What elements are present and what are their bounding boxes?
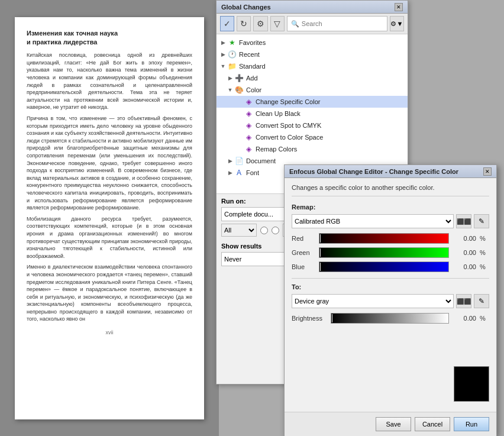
tree-arrow-font: ▶: [226, 170, 234, 176]
toolbar-refresh-button[interactable]: ↻: [237, 16, 251, 31]
tree-icon-add: ➕: [234, 73, 244, 83]
brightness-bar[interactable]: [331, 313, 449, 324]
green-value: 0.00: [453, 249, 476, 256]
tree-icon-standard: 📁: [227, 62, 237, 71]
toolbar-check-button[interactable]: ✓: [220, 16, 234, 31]
doc-paragraph-4: Именно в диалектическом взаимодействии ч…: [27, 263, 192, 323]
tree-label-color: Color: [246, 86, 405, 93]
blue-bar[interactable]: [319, 261, 449, 272]
cancel-button[interactable]: Cancel: [415, 417, 450, 431]
remap-label: Remap:: [292, 204, 489, 211]
gce-description: Changes a specific color to another spec…: [292, 184, 489, 196]
global-changes-titlebar: Global Changes ✕: [217, 1, 408, 14]
tree-label-convert-spot-cmyk: Convert Spot to CMYK: [256, 122, 405, 129]
remap-color-button[interactable]: ⬛⬛: [456, 214, 471, 228]
tree-label-convert-color-space: Convert to Color Space: [256, 134, 405, 141]
green-pct: %: [480, 249, 489, 256]
gc-toolbar: ✓ ↻ ⚙ ▽ 🔍 ⚙▼: [217, 14, 408, 34]
page-number: xvii: [27, 329, 192, 337]
red-pct: %: [480, 235, 489, 242]
tree-icon-ccs: ◈: [244, 133, 253, 142]
tree-item-change-specific-color[interactable]: ◈ Change Specific Color: [217, 96, 408, 108]
to-select[interactable]: Device gray: [292, 294, 454, 308]
tree-item-color[interactable]: ▼ 🎨 Color: [217, 84, 408, 96]
brightness-label: Brightness: [292, 315, 327, 322]
to-select-row: Device gray ⬛⬛ ✎: [292, 294, 489, 308]
tree-label-remap-colors: Remap Colors: [256, 146, 405, 153]
tree-icon-doc: 📄: [234, 156, 244, 166]
doc-paragraph-1: Китайская пословица, ровесница одной из …: [27, 51, 192, 111]
remap-select[interactable]: Calibrated RGB: [292, 214, 454, 228]
global-changes-title: Global Changes: [221, 4, 271, 11]
doc-paragraph-3: Мобилизация данного ресурса требует, раз…: [27, 215, 192, 260]
tree-icon-cub: ◈: [244, 109, 253, 118]
gce-footer: Save Cancel Run: [285, 412, 496, 436]
gce-titlebar: Enfocus Global Change Editor - Change Sp…: [285, 165, 496, 178]
tree-arrow-standard: ▼: [219, 63, 227, 69]
tree-arrow-doc: ▶: [226, 158, 234, 164]
tree-item-remap-colors[interactable]: ◈ Remap Colors: [217, 143, 408, 155]
red-value: 0.00: [453, 235, 476, 242]
tree-label-add: Add: [246, 75, 405, 82]
red-label: Red: [292, 235, 315, 242]
tree-label-standard: Standard: [239, 63, 405, 70]
document-page: Изменения как точная наука и практика ли…: [15, 17, 204, 419]
gce-title: Enfocus Global Change Editor - Change Sp…: [289, 168, 458, 175]
tree-label-change-specific-color: Change Specific Color: [256, 98, 405, 105]
tree-label-clean-up-black: Clean Up Black: [256, 110, 405, 117]
tree-icon-color: 🎨: [234, 85, 244, 95]
tree-label-favorites: Favorites: [239, 39, 405, 46]
tree-item-favorites[interactable]: ▶ ★ Favorites: [217, 37, 408, 49]
gce-body: Changes a specific color to another spec…: [285, 178, 496, 330]
tree-icon-csc2: ◈: [244, 121, 253, 130]
to-color-button[interactable]: ⬛⬛: [456, 294, 471, 308]
tree-arrow-add: ▶: [226, 75, 234, 81]
color-row-blue: Blue 0.00 %: [292, 261, 489, 272]
save-button[interactable]: Save: [376, 417, 411, 431]
radio-option-2[interactable]: [272, 227, 279, 234]
brightness-row: Brightness 0.00 %: [292, 313, 489, 324]
red-bar[interactable]: [319, 233, 449, 244]
all-select[interactable]: All: [221, 224, 257, 237]
color-preview-box: [454, 366, 489, 402]
tree-item-add[interactable]: ▶ ➕ Add: [217, 72, 408, 84]
radio-option-1[interactable]: [260, 227, 268, 234]
tree-label-document: Document: [246, 157, 405, 164]
brightness-value: 0.00: [453, 315, 476, 322]
doc-heading: Изменения как точная наука и практика ли…: [27, 29, 192, 47]
tree-icon-favorites: ★: [227, 38, 237, 47]
tree-item-convert-spot-cmyk[interactable]: ◈ Convert Spot to CMYK: [217, 120, 408, 131]
to-label: To:: [292, 283, 489, 290]
tree-item-clean-up-black[interactable]: ◈ Clean Up Black: [217, 108, 408, 120]
tree-item-convert-color-space[interactable]: ◈ Convert to Color Space: [217, 131, 408, 143]
tree-item-recent[interactable]: ▶ 🕐 Recent: [217, 49, 408, 60]
run-button[interactable]: Run: [454, 417, 489, 431]
brightness-pct: %: [480, 315, 489, 322]
color-row-green: Green 0.00 %: [292, 247, 489, 258]
to-section: To: Device gray ⬛⬛ ✎ Brightness 0.00 %: [292, 278, 489, 324]
tree-label-recent: Recent: [239, 51, 405, 58]
document-background: Изменения как точная наука и практика ли…: [0, 0, 219, 436]
tree-item-standard[interactable]: ▼ 📁 Standard: [217, 60, 408, 72]
gce-window: Enfocus Global Change Editor - Change Sp…: [284, 164, 497, 436]
to-adjust-button[interactable]: ✎: [474, 294, 489, 308]
global-changes-close-button[interactable]: ✕: [395, 3, 403, 11]
tree-icon-rc: ◈: [244, 144, 253, 154]
settings-dropdown-button[interactable]: ⚙▼: [390, 16, 404, 31]
tree-icon-recent: 🕐: [227, 50, 237, 59]
blue-pct: %: [480, 263, 489, 270]
tree-arrow-favorites: ▶: [219, 40, 227, 46]
tree-icon-font: A: [234, 168, 244, 177]
toolbar-filter-button[interactable]: ▽: [270, 16, 285, 31]
remap-adjust-button[interactable]: ✎: [474, 214, 489, 228]
blue-label: Blue: [292, 263, 315, 270]
gce-close-button[interactable]: ✕: [483, 167, 492, 176]
doc-paragraph-2: Причина в том, что изменение — это объек…: [27, 115, 192, 212]
tree-icon-csc: ◈: [244, 97, 253, 106]
search-icon: 🔍: [291, 20, 299, 28]
toolbar-gear-button[interactable]: ⚙: [253, 16, 267, 31]
green-bar[interactable]: [319, 247, 449, 258]
color-row-red: Red 0.00 %: [292, 233, 489, 244]
tree-arrow-recent: ▶: [219, 51, 227, 57]
search-input[interactable]: [302, 20, 383, 27]
